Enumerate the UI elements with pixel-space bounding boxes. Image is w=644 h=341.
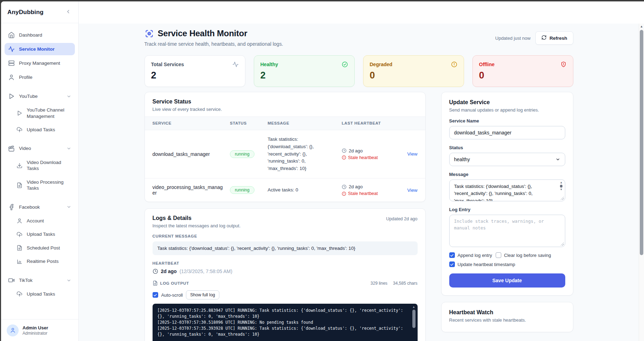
sidebar-item-dashboard[interactable]: Dashboard [5, 29, 75, 41]
chevron-left-icon [65, 9, 71, 16]
column-header-message: Message [268, 120, 337, 126]
heartbeat-timestamp: (12/3/2025, 7:58:05 AM) [180, 269, 232, 274]
status-select-value: healthy [454, 157, 470, 162]
service-name-input[interactable] [449, 126, 565, 139]
logs-subtitle: Inspect the latest messages and log outp… [153, 223, 241, 228]
shield-alert-icon [560, 61, 567, 68]
chevron-down-icon [66, 94, 71, 99]
clapperboard-icon [8, 145, 15, 152]
alert-circle-icon [342, 155, 346, 160]
status-select[interactable]: healthy [449, 153, 565, 166]
sidebar-item-youtube-upload-tasks[interactable]: Upload Tasks [5, 124, 75, 136]
heartbeat-watch-title: Heartbeat Watch [449, 309, 565, 316]
sidebar-group-youtube[interactable]: YouTube [5, 90, 75, 102]
stat-card-total-services: Total Services 2 [144, 55, 245, 87]
stat-card-degraded: Degraded 0 [363, 55, 464, 87]
auto-scroll-checkbox[interactable] [153, 292, 158, 298]
auto-scroll-label: Auto-scroll [161, 292, 183, 298]
sidebar-item-facebook-account[interactable]: Account [5, 215, 75, 227]
refresh-button[interactable]: Refresh [535, 31, 573, 45]
activity-icon [232, 61, 239, 68]
sidebar-item-service-monitor[interactable]: Service Monitor [5, 43, 75, 55]
clock-icon [342, 148, 347, 153]
table-row: video_processing_tasks_manager running A… [145, 178, 425, 202]
facebook-icon [8, 204, 15, 210]
append-log-checkbox[interactable] [449, 252, 455, 258]
download-icon [17, 163, 22, 169]
resize-handle[interactable] [561, 197, 564, 200]
sidebar: AnyDubbing Dashboard Service Monitor Pro… [1, 1, 79, 341]
stat-card-healthy: Healthy 2 [254, 55, 355, 87]
log-output-label: Log output [160, 281, 189, 285]
content-scroll-area: Service Health Monitor Track real-time s… [79, 24, 639, 341]
user-icon [8, 74, 15, 81]
terminal-scrollbar[interactable]: ▲ [412, 305, 416, 341]
heartbeat-ago: 2d ago [349, 148, 363, 153]
clear-log-checkbox[interactable] [496, 252, 501, 258]
sidebar-item-youtube-channel-management[interactable]: YouTube Channel Management [5, 104, 75, 122]
view-link[interactable]: View [397, 151, 418, 157]
logs-title: Logs & Details [153, 215, 241, 221]
update-service-subtitle: Send manual updates or append log entrie… [449, 107, 565, 113]
log-line: [2025-12-03T07:57:35.393928 UTC] RUNNING… [157, 326, 408, 337]
log-line: [2025-12-03T07:57:30.518096 UTC] RUNNING… [157, 320, 408, 326]
home-icon [8, 32, 15, 38]
brand-title: AnyDubbing [7, 9, 44, 16]
sidebar-item-realtime-posts[interactable]: Realtime Posts [5, 255, 75, 267]
sidebar-group-video[interactable]: Video [5, 143, 75, 155]
stat-value: 2 [151, 70, 239, 81]
sidebar-item-tiktok-upload-tasks[interactable]: Upload Tasks [5, 288, 75, 300]
play-icon [8, 93, 15, 100]
sidebar-item-facebook-upload-tasks[interactable]: Upload Tasks [5, 228, 75, 240]
scrollbar-thumb[interactable] [640, 30, 643, 255]
file-icon [153, 280, 158, 286]
update-heartbeat-label: Update heartbeat timestamp [458, 262, 515, 267]
heartbeat-label: Heartbeat [153, 261, 418, 265]
user-role: Administrator [22, 331, 48, 336]
save-update-button[interactable]: Save Update [449, 273, 565, 288]
message-textarea[interactable]: Task statistics: {'download_status': {},… [449, 179, 565, 201]
server-icon [8, 60, 15, 67]
sidebar-item-video-processing-tasks[interactable]: Video Processing Tasks [5, 176, 75, 194]
alert-circle-icon [451, 61, 457, 68]
video-camera-icon [8, 277, 15, 284]
sidebar-group-tiktok[interactable]: TikTok [5, 274, 75, 286]
avatar [7, 324, 19, 336]
log-line: [2025-12-03T07:57:25.883947 UTC] RUNNING… [157, 308, 408, 320]
upload-cloud-icon [17, 127, 22, 133]
scroll-up-arrow-icon[interactable]: ▲ [412, 305, 416, 309]
sidebar-group-facebook[interactable]: Facebook [5, 201, 75, 213]
service-name-label: Service Name [449, 118, 565, 124]
update-heartbeat-checkbox[interactable] [449, 261, 455, 267]
sidebar-item-profile[interactable]: Profile [5, 71, 75, 83]
user-icon [17, 218, 22, 224]
page-scrollbar[interactable]: ▲ [639, 24, 644, 341]
stat-value: 0 [370, 70, 457, 81]
stat-label: Healthy [260, 62, 278, 67]
sidebar-item-label: Video Processing Tasks [27, 179, 71, 191]
upload-cloud-icon [17, 232, 22, 238]
sidebar-item-label: Service Monitor [19, 46, 54, 52]
check-circle-icon [342, 61, 348, 68]
view-link[interactable]: View [397, 188, 418, 193]
show-full-log-button[interactable]: Show full log [186, 290, 219, 299]
sidebar-collapse-button[interactable] [64, 8, 73, 17]
log-chars-count: 34,585 chars [393, 281, 417, 286]
log-lines-count: 329 lines [371, 281, 387, 286]
sidebar-item-scheduled-post[interactable]: Scheduled Post [5, 242, 75, 254]
scrollbar-thumb[interactable] [412, 310, 416, 328]
update-service-card: Update Service Send manual updates or ap… [441, 92, 573, 296]
heartbeat-ago-text: 2d ago [161, 269, 177, 274]
scroll-up-arrow-icon[interactable]: ▲ [639, 24, 644, 29]
page-header: Service Health Monitor Track real-time s… [144, 29, 573, 47]
refresh-icon [541, 35, 547, 41]
service-status-card: Service Status Live view of every tracke… [144, 92, 426, 202]
sidebar-item-proxy-management[interactable]: Proxy Management [5, 57, 75, 69]
column-header-last-heartbeat: Last Heartbeat [342, 120, 392, 126]
resize-handle[interactable] [561, 242, 564, 246]
sidebar-item-label: Dashboard [19, 32, 42, 38]
sidebar-user-footer[interactable]: Admin User Administrator [1, 319, 78, 341]
upload-cloud-icon [17, 291, 22, 297]
sidebar-item-video-download-tasks[interactable]: Video Download Tasks [5, 157, 75, 175]
log-entry-textarea[interactable] [449, 215, 565, 247]
